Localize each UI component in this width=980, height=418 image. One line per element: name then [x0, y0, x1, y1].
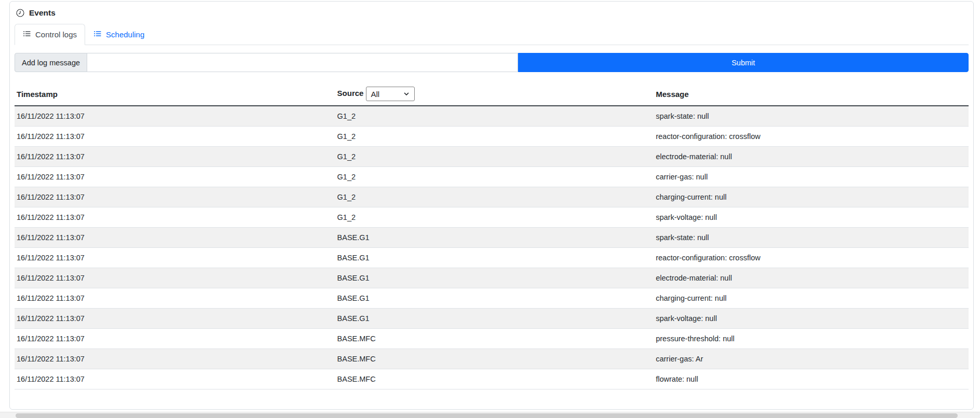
log-message-input[interactable] [87, 53, 518, 72]
cell-message: spark-state: null [654, 228, 969, 248]
table-row: 16/11/2022 11:13:07BASE.MFCflowrate: nul… [15, 369, 969, 389]
events-panel: Events Control logs [9, 1, 974, 410]
cell-message: spark-state: null [654, 106, 969, 127]
cell-message: pressure-threshold: null [654, 329, 969, 349]
cell-source: BASE.G1 [335, 309, 654, 329]
cell-source: BASE.MFC [335, 349, 654, 369]
cell-source: G1_2 [335, 187, 654, 207]
cell-timestamp: 16/11/2022 11:13:07 [15, 187, 335, 207]
cell-message: carrier-gas: Ar [654, 349, 969, 369]
tab-label: Control logs [35, 30, 77, 39]
cell-timestamp: 16/11/2022 11:13:07 [15, 349, 335, 369]
add-log-form: Add log message Submit [15, 53, 969, 72]
cell-message: charging-current: null [654, 288, 969, 309]
submit-button[interactable]: Submit [518, 53, 969, 72]
cell-timestamp: 16/11/2022 11:13:07 [15, 309, 335, 329]
column-header-timestamp: Timestamp [15, 86, 335, 106]
list-icon [23, 30, 31, 39]
clock-icon [16, 9, 24, 17]
panel-title: Events [15, 7, 969, 24]
table-row: 16/11/2022 11:13:07BASE.G1charging-curre… [15, 288, 969, 309]
table-row: 16/11/2022 11:13:07G1_2carrier-gas: null [15, 167, 969, 187]
tab-scheduling[interactable]: Scheduling [85, 24, 153, 45]
cell-timestamp: 16/11/2022 11:13:07 [15, 369, 335, 389]
cell-message: electrode-material: null [654, 268, 969, 288]
cell-timestamp: 16/11/2022 11:13:07 [15, 329, 335, 349]
cell-source: BASE.G1 [335, 288, 654, 309]
cell-timestamp: 16/11/2022 11:13:07 [15, 167, 335, 187]
table-row: 16/11/2022 11:13:07G1_2electrode-materia… [15, 147, 969, 167]
cell-message: reactor-configuration: crossflow [654, 127, 969, 147]
list-icon [93, 30, 102, 39]
cell-source: G1_2 [335, 106, 654, 127]
table-row: 16/11/2022 11:13:07G1_2spark-state: null [15, 106, 969, 127]
table-body: 16/11/2022 11:13:07G1_2spark-state: null… [15, 106, 969, 389]
cell-message: reactor-configuration: crossflow [654, 248, 969, 268]
cell-message: spark-voltage: null [654, 309, 969, 329]
table-row: 16/11/2022 11:13:07BASE.G1reactor-config… [15, 248, 969, 268]
cell-timestamp: 16/11/2022 11:13:07 [15, 288, 335, 309]
table-row: 16/11/2022 11:13:07BASE.MFCpressure-thre… [15, 329, 969, 349]
cell-timestamp: 16/11/2022 11:13:07 [15, 127, 335, 147]
cell-timestamp: 16/11/2022 11:13:07 [15, 207, 335, 228]
source-filter-select[interactable]: All [366, 87, 415, 101]
table-row: 16/11/2022 11:13:07BASE.G1spark-voltage:… [15, 309, 969, 329]
cell-timestamp: 16/11/2022 11:13:07 [15, 268, 335, 288]
cell-source: G1_2 [335, 147, 654, 167]
table-row: 16/11/2022 11:13:07BASE.MFCcarrier-gas: … [15, 349, 969, 369]
table-row: 16/11/2022 11:13:07BASE.G1electrode-mate… [15, 268, 969, 288]
tab-bar: Control logs Scheduling [15, 24, 969, 45]
cell-source: G1_2 [335, 207, 654, 228]
table-row: 16/11/2022 11:13:07BASE.G1spark-state: n… [15, 228, 969, 248]
tab-control-logs[interactable]: Control logs [15, 24, 85, 45]
table-header-row: Timestamp Source All Message [15, 86, 969, 106]
cell-message: flowrate: null [654, 369, 969, 389]
cell-timestamp: 16/11/2022 11:13:07 [15, 147, 335, 167]
column-header-source: Source All [335, 86, 654, 106]
table-row: 16/11/2022 11:13:07G1_2spark-voltage: nu… [15, 207, 969, 228]
cell-timestamp: 16/11/2022 11:13:07 [15, 248, 335, 268]
column-header-message: Message [654, 86, 969, 106]
tab-label: Scheduling [106, 30, 144, 39]
cell-message: electrode-material: null [654, 147, 969, 167]
control-logs-table: Timestamp Source All Message 16/11/2022 … [15, 86, 969, 389]
source-header-label: Source [337, 89, 364, 97]
table-row: 16/11/2022 11:13:07G1_2charging-current:… [15, 187, 969, 207]
cell-source: G1_2 [335, 127, 654, 147]
cell-source: BASE.MFC [335, 329, 654, 349]
cell-message: charging-current: null [654, 187, 969, 207]
cell-source: G1_2 [335, 167, 654, 187]
cell-timestamp: 16/11/2022 11:13:07 [15, 228, 335, 248]
cell-source: BASE.G1 [335, 228, 654, 248]
source-filter-value: All [371, 90, 379, 99]
cell-message: carrier-gas: null [654, 167, 969, 187]
cell-source: BASE.MFC [335, 369, 654, 389]
add-log-label: Add log message [15, 53, 87, 72]
table-row: 16/11/2022 11:13:07G1_2reactor-configura… [15, 127, 969, 147]
page-title: Events [29, 8, 56, 18]
scrollbar-thumb[interactable] [16, 413, 958, 418]
horizontal-scrollbar[interactable] [0, 412, 980, 418]
cell-message: spark-voltage: null [654, 207, 969, 228]
cell-timestamp: 16/11/2022 11:13:07 [15, 106, 335, 127]
cell-source: BASE.G1 [335, 268, 654, 288]
cell-source: BASE.G1 [335, 248, 654, 268]
chevron-down-icon [403, 91, 410, 97]
